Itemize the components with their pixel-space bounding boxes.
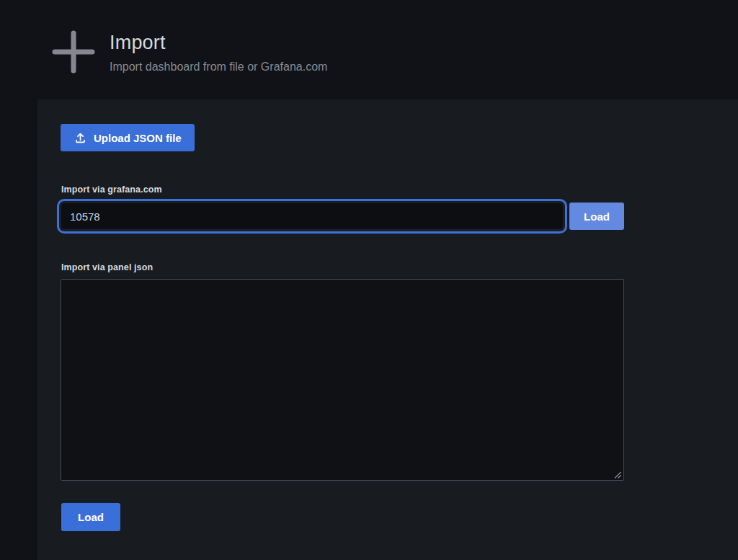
import-panel: Upload JSON file Import via grafana.com …	[37, 99, 738, 560]
gcom-dashboard-id-input[interactable]	[61, 203, 564, 230]
upload-icon	[74, 131, 87, 145]
page-header: Import Import dashboard from file or Gra…	[0, 0, 738, 99]
panel-json-textarea[interactable]	[61, 279, 624, 481]
gcom-load-button[interactable]: Load	[569, 203, 624, 230]
upload-json-file-button[interactable]: Upload JSON file	[61, 124, 195, 151]
gcom-field-label: Import via grafana.com	[61, 185, 162, 195]
plus-icon	[52, 30, 95, 74]
upload-button-label: Upload JSON file	[94, 132, 182, 144]
page-subtitle: Import dashboard from file or Grafana.co…	[110, 61, 327, 74]
panel-json-load-button[interactable]: Load	[61, 503, 120, 531]
page-title: Import	[110, 32, 166, 54]
panel-json-field-label: Import via panel json	[61, 262, 153, 272]
